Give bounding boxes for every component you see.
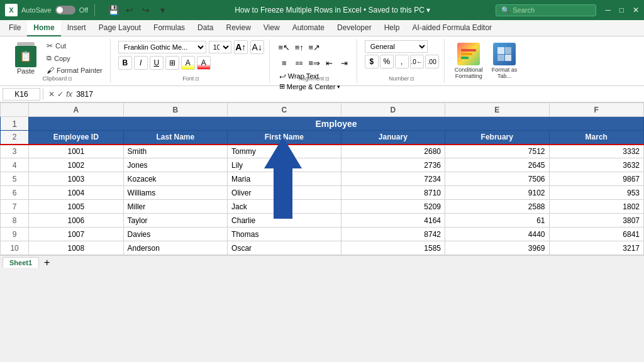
col-header-F[interactable]: F [549, 103, 643, 117]
cell-first-5[interactable]: Maria [228, 172, 341, 186]
row-num-8[interactable]: 8 [1, 214, 29, 228]
sheet-tab-sheet1[interactable]: Sheet1 [3, 257, 39, 268]
tab-ai-formula[interactable]: AI-aided Formula Editor [406, 20, 498, 36]
cell-id-4[interactable]: 1002 [29, 158, 123, 172]
tab-insert[interactable]: Insert [61, 20, 92, 36]
cell-feb-7[interactable]: 2588 [445, 200, 549, 214]
font-family-select[interactable]: Franklin Gothic Me... [118, 41, 206, 53]
row-num-6[interactable]: 6 [1, 186, 29, 200]
cell-last-9[interactable]: Davies [123, 228, 227, 241]
cell-feb-8[interactable]: 61 [445, 214, 549, 228]
row-num-9[interactable]: 9 [1, 228, 29, 241]
cell-feb-3[interactable]: 7512 [445, 145, 549, 158]
search-box[interactable]: 🔍 Search [496, 4, 596, 16]
decrease-font-button[interactable]: A↓ [250, 40, 264, 54]
font-size-select[interactable]: 10 [209, 41, 231, 53]
cell-id-9[interactable]: 1007 [29, 228, 123, 241]
col-header-A[interactable]: A [29, 103, 123, 117]
cell-last-3[interactable]: Smith [123, 145, 227, 158]
corner-header[interactable] [1, 103, 29, 117]
cancel-formula-icon[interactable]: ✕ [48, 90, 55, 99]
tab-review[interactable]: Review [219, 20, 257, 36]
cell-mar-3[interactable]: 3332 [549, 145, 643, 158]
cell-jan-7[interactable]: 5209 [341, 200, 445, 214]
col-header-last-name[interactable]: Last Name [123, 131, 227, 145]
increase-decimal-button[interactable]: .00 [425, 55, 439, 69]
row-num-4[interactable]: 4 [1, 158, 29, 172]
cell-jan-3[interactable]: 2680 [341, 145, 445, 158]
row-num-10[interactable]: 10 [1, 241, 29, 255]
align-top-right-button[interactable]: ≡↗ [308, 40, 321, 54]
align-top-left-button[interactable]: ≡↖ [277, 40, 291, 54]
comma-button[interactable]: , [395, 55, 409, 69]
cell-first-8[interactable]: Charlie [228, 214, 341, 228]
col-header-march[interactable]: March [549, 131, 643, 145]
cell-feb-10[interactable]: 3969 [445, 241, 549, 255]
border-button[interactable]: ⊞ [165, 56, 179, 70]
col-header-C[interactable]: C [228, 103, 341, 117]
row-num-7[interactable]: 7 [1, 200, 29, 214]
cell-first-6[interactable]: Oliver [228, 186, 341, 200]
tab-formulas[interactable]: Formulas [147, 20, 191, 36]
cell-last-4[interactable]: Jones [123, 158, 227, 172]
decrease-indent-button[interactable]: ⇤ [323, 56, 336, 70]
col-header-first-name[interactable]: First Name [228, 131, 341, 145]
cell-feb-5[interactable]: 7506 [445, 172, 549, 186]
increase-indent-button[interactable]: ⇥ [338, 56, 352, 70]
align-center-button[interactable]: ≡≡ [292, 56, 306, 70]
cell-mar-10[interactable]: 3217 [549, 241, 643, 255]
cell-jan-8[interactable]: 4164 [341, 214, 445, 228]
tab-developer[interactable]: Developer [331, 20, 378, 36]
tab-file[interactable]: File [3, 20, 27, 36]
col-header-E[interactable]: E [445, 103, 549, 117]
row-num-1[interactable]: 1 [1, 117, 29, 131]
conditional-formatting-button[interactable]: Conditional Formatting [452, 40, 486, 82]
cell-feb-4[interactable]: 2645 [445, 158, 549, 172]
clipboard-expand-icon[interactable]: ⊡ [68, 76, 72, 82]
cell-id-6[interactable]: 1004 [29, 186, 123, 200]
row-num-3[interactable]: 3 [1, 145, 29, 158]
cell-last-10[interactable]: Anderson [123, 241, 227, 255]
align-left-button[interactable]: ≡ [277, 56, 291, 70]
autosave-toggle[interactable] [55, 6, 75, 14]
cell-jan-5[interactable]: 7234 [341, 172, 445, 186]
alignment-expand-icon[interactable]: ⊡ [325, 76, 330, 82]
format-as-table-button[interactable]: Format as Tab... [489, 40, 520, 82]
cell-id-8[interactable]: 1006 [29, 214, 123, 228]
font-expand-icon[interactable]: ⊡ [195, 76, 199, 82]
cell-mar-9[interactable]: 6841 [549, 228, 643, 241]
col-header-B[interactable]: B [123, 103, 227, 117]
cell-jan-10[interactable]: 1585 [341, 241, 445, 255]
align-right-button[interactable]: ≡⇒ [308, 56, 321, 70]
cell-first-9[interactable]: Thomas [228, 228, 341, 241]
cell-id-10[interactable]: 1008 [29, 241, 123, 255]
tab-page-layout[interactable]: Page Layout [92, 20, 147, 36]
italic-button[interactable]: I [134, 56, 148, 70]
cell-last-6[interactable]: Williams [123, 186, 227, 200]
cell-feb-6[interactable]: 9102 [445, 186, 549, 200]
cell-jan-9[interactable]: 8742 [341, 228, 445, 241]
customize-icon[interactable]: ▾ [155, 3, 169, 17]
paste-button[interactable]: 📋 Paste [10, 41, 42, 76]
cell-id-5[interactable]: 1003 [29, 172, 123, 186]
cell-first-3[interactable]: Tommy [228, 145, 341, 158]
font-color-button[interactable]: A [197, 56, 211, 70]
cell-mar-4[interactable]: 3632 [549, 158, 643, 172]
confirm-formula-icon[interactable]: ✓ [57, 90, 64, 99]
row-num-2[interactable]: 2 [1, 131, 29, 145]
bold-button[interactable]: B [118, 56, 132, 70]
currency-button[interactable]: $ [365, 55, 379, 69]
cell-last-8[interactable]: Taylor [123, 214, 227, 228]
tab-help[interactable]: Help [378, 20, 406, 36]
row-num-5[interactable]: 5 [1, 172, 29, 186]
cell-mar-5[interactable]: 9867 [549, 172, 643, 186]
tab-view[interactable]: View [257, 20, 286, 36]
align-top-center-button[interactable]: ≡↑ [292, 40, 306, 54]
decrease-decimal-button[interactable]: .0← [410, 55, 424, 69]
fill-color-button[interactable]: A [181, 56, 195, 70]
col-header-employee-id[interactable]: Employee ID [29, 131, 123, 145]
cell-last-5[interactable]: Kozacek [123, 172, 227, 186]
underline-button[interactable]: U [150, 56, 164, 70]
formula-input[interactable] [76, 90, 641, 99]
undo-icon[interactable]: ↩ [123, 3, 136, 17]
